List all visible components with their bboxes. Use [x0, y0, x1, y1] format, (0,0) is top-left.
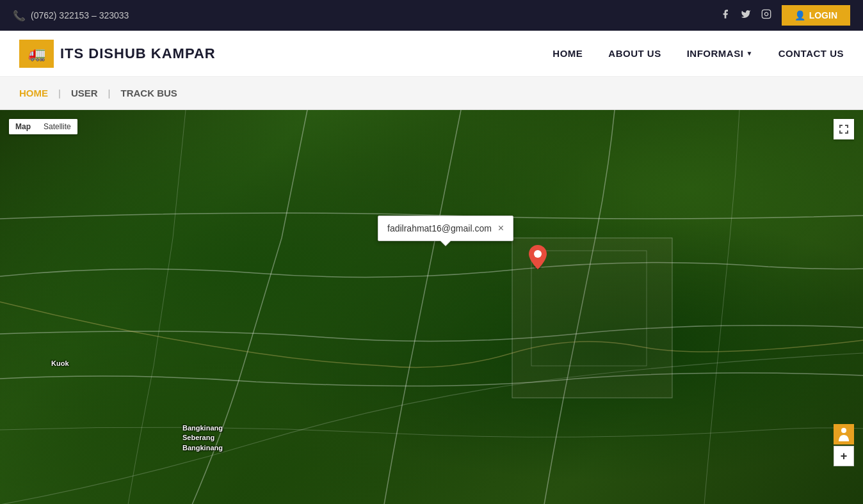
top-bar-left: 📞 (0762) 322153 – 323033: [13, 10, 129, 22]
map-right-controls: +: [834, 424, 854, 466]
logo-truck-icon: 🚛: [28, 45, 45, 62]
nav-home[interactable]: HOME: [552, 48, 583, 59]
map-container[interactable]: Map Satellite fadilrahmat16@gmail.com ×: [0, 110, 863, 504]
logo[interactable]: 🚛 ITS DISHUB KAMPAR: [19, 40, 216, 68]
breadcrumb-sep-1: |: [58, 88, 61, 98]
facebook-icon[interactable]: [720, 9, 730, 22]
breadcrumb-sep-2: |: [108, 88, 111, 98]
map-label-kuok: Kuok: [51, 359, 69, 367]
nav-informasi[interactable]: INFORMASI ▼: [687, 48, 753, 59]
map-popup: fadilrahmat16@gmail.com ×: [378, 216, 513, 241]
map-roads-svg: [0, 110, 863, 504]
map-pin[interactable]: [529, 245, 547, 269]
svg-point-6: [841, 428, 846, 433]
fullscreen-button[interactable]: [834, 119, 854, 139]
svg-rect-0: [762, 10, 770, 18]
breadcrumb-bar: HOME | USER | TRACK BUS: [0, 77, 863, 110]
top-bar-right: 👤 LOGIN: [720, 5, 850, 26]
login-person-icon: 👤: [794, 10, 805, 20]
map-type-map-btn[interactable]: Map: [9, 119, 37, 134]
zoom-in-button[interactable]: +: [834, 446, 854, 466]
nav-about[interactable]: ABOUT US: [608, 48, 661, 59]
nav-contact[interactable]: CONTACT US: [778, 48, 844, 59]
map-background: Map Satellite fadilrahmat16@gmail.com ×: [0, 110, 863, 504]
svg-rect-3: [531, 251, 647, 366]
informasi-dropdown-arrow: ▼: [746, 50, 752, 57]
logo-icon-box: 🚛: [19, 40, 54, 68]
svg-point-5: [534, 250, 542, 258]
instagram-icon[interactable]: [761, 9, 771, 22]
login-button[interactable]: 👤 LOGIN: [782, 5, 850, 26]
login-label: LOGIN: [809, 10, 837, 20]
phone-number: (0762) 322153 – 323033: [31, 10, 129, 20]
phone-icon: 📞: [13, 10, 26, 22]
map-type-satellite-btn[interactable]: Satellite: [37, 119, 77, 134]
street-view-button[interactable]: [834, 424, 854, 445]
map-label-bangkinang: BangkinangSeberangBangkinang: [182, 423, 223, 453]
breadcrumb-user[interactable]: USER: [71, 88, 98, 98]
breadcrumb-home[interactable]: HOME: [19, 88, 48, 98]
main-nav: 🚛 ITS DISHUB KAMPAR HOME ABOUT US INFORM…: [0, 31, 863, 77]
top-bar: 📞 (0762) 322153 – 323033 👤 LOGIN: [0, 0, 863, 31]
popup-close-button[interactable]: ×: [498, 223, 504, 234]
logo-text: ITS DISHUB KAMPAR: [60, 45, 216, 62]
nav-links: HOME ABOUT US INFORMASI ▼ CONTACT US: [552, 48, 844, 59]
breadcrumb-track[interactable]: TRACK BUS: [121, 88, 177, 98]
twitter-icon[interactable]: [741, 9, 751, 22]
popup-email: fadilrahmat16@gmail.com: [387, 223, 492, 233]
map-type-control: Map Satellite: [9, 119, 77, 134]
